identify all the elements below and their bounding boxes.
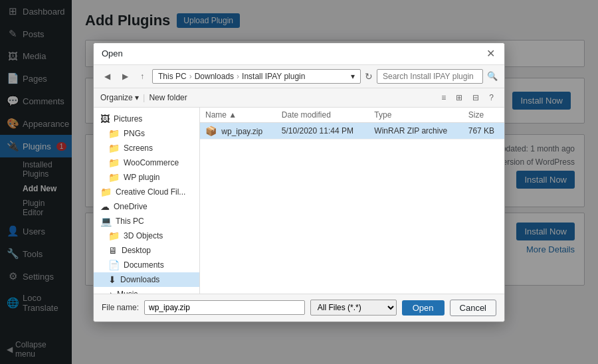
breadcrumb-dropdown-icon[interactable]: ▾: [351, 72, 355, 81]
onedrive-icon: ☁: [100, 201, 110, 212]
dialog-overlay: Open ✕ ◀ ▶ ↑ This PC › Downloads › Insta…: [72, 0, 598, 364]
screens-icon: 📁: [108, 143, 120, 153]
view-grid-button[interactable]: ⊞: [452, 91, 466, 104]
dialog-nav-toolbar: ◀ ▶ ↑ This PC › Downloads › Install IPAY…: [94, 65, 504, 88]
breadcrumb-sep-2: ›: [237, 72, 239, 81]
view-details-button[interactable]: ⊟: [468, 91, 483, 104]
divider: |: [143, 92, 145, 102]
dialog-cancel-button[interactable]: Cancel: [450, 300, 496, 316]
breadcrumb-path: This PC › Downloads › Install IPAY plugi…: [152, 69, 361, 84]
pictures-icon: 🖼: [100, 114, 110, 124]
pngs-icon: 📁: [108, 128, 120, 139]
help-button[interactable]: ?: [485, 91, 498, 104]
breadcrumb-this-pc[interactable]: This PC: [158, 72, 187, 81]
dialog-actions-bar: Organize ▾ | New folder ≡ ⊞ ⊟ ?: [94, 88, 504, 108]
wp-icon: 📁: [108, 172, 120, 183]
panel-item-woo[interactable]: 📁 WooCommerce: [94, 155, 199, 170]
back-button[interactable]: ◀: [100, 70, 114, 83]
sidebar-panel: 🖼 Pictures 📁 PNGs 📁 Screens 📁 WooCommerc…: [94, 108, 200, 294]
col-date[interactable]: Date modified: [276, 108, 369, 123]
panel-item-screens[interactable]: 📁 Screens: [94, 141, 199, 155]
panel-item-onedrive[interactable]: ☁ OneDrive: [94, 199, 199, 214]
up-button[interactable]: ↑: [136, 70, 148, 83]
col-size[interactable]: Size: [463, 108, 504, 123]
panel-item-pngs[interactable]: 📁 PNGs: [94, 126, 199, 141]
panel-item-label: OneDrive: [114, 202, 148, 211]
panel-item-thispc[interactable]: 💻 This PC: [94, 214, 199, 228]
breadcrumb-downloads[interactable]: Downloads: [195, 72, 234, 81]
panel-item-label: This PC: [116, 217, 144, 226]
panel-item-label: Downloads: [120, 275, 159, 284]
breadcrumb-install[interactable]: Install IPAY plugin: [242, 72, 305, 81]
organize-button[interactable]: Organize ▾: [100, 93, 139, 102]
dialog-footer: File name: All Files (*.*) Open Cancel: [94, 294, 504, 321]
panel-item-label: Screens: [124, 143, 153, 153]
panel-item-label: WP plugin: [124, 173, 159, 182]
panel-item-3d[interactable]: 📁 3D Objects: [94, 228, 199, 243]
file-type: WinRAR ZIP archive: [369, 122, 462, 139]
panel-item-wp[interactable]: 📁 WP plugin: [94, 170, 199, 185]
thispc-icon: 💻: [100, 216, 112, 227]
dialog-body: 🖼 Pictures 📁 PNGs 📁 Screens 📁 WooCommerc…: [94, 108, 504, 294]
file-panel: Name ▲ Date modified Type Size 📦 wp_ipay…: [200, 108, 504, 294]
panel-item-label: Documents: [124, 260, 164, 270]
panel-item-desktop[interactable]: 🖥 Desktop: [94, 243, 199, 258]
panel-item-label: Creative Cloud Fil...: [116, 187, 185, 197]
filename-label: File name:: [102, 303, 139, 312]
file-dialog: Open ✕ ◀ ▶ ↑ This PC › Downloads › Insta…: [93, 43, 505, 322]
file-size: 767 KB: [463, 122, 504, 139]
documents-icon: 📄: [108, 260, 120, 270]
filetype-select[interactable]: All Files (*.*): [310, 300, 397, 316]
panel-item-downloads[interactable]: ⬇ Downloads: [94, 272, 199, 287]
file-row[interactable]: 📦 wp_ipay.zip 5/10/2020 11:44 PM WinRAR …: [200, 122, 504, 139]
woo-icon: 📁: [108, 157, 120, 168]
file-name[interactable]: 📦 wp_ipay.zip: [200, 122, 276, 139]
new-folder-button[interactable]: New folder: [149, 93, 187, 102]
downloads-icon: ⬇: [108, 274, 116, 285]
refresh-button[interactable]: ↻: [365, 71, 373, 82]
desktop-icon: 🖥: [108, 245, 118, 256]
file-table: Name ▲ Date modified Type Size 📦 wp_ipay…: [200, 108, 504, 139]
breadcrumb-sep-1: ›: [189, 72, 192, 81]
main-content: Add Plugins Upload Plugin If you have a …: [72, 0, 598, 364]
panel-item-label: 3D Objects: [124, 231, 163, 240]
col-type[interactable]: Type: [369, 108, 462, 123]
panel-item-label: PNGs: [124, 129, 145, 138]
dialog-open-button[interactable]: Open: [402, 300, 445, 316]
cc-icon: 📁: [100, 187, 112, 197]
panel-item-documents[interactable]: 📄 Documents: [94, 258, 199, 272]
zip-icon: 📦: [205, 126, 217, 136]
forward-button[interactable]: ▶: [118, 70, 132, 83]
panel-item-music[interactable]: ♪ Music: [94, 287, 199, 294]
3d-icon: 📁: [108, 230, 120, 241]
dialog-title-bar: Open ✕: [94, 43, 504, 65]
panel-item-label: Desktop: [122, 246, 151, 255]
search-input[interactable]: [377, 69, 483, 84]
filename-input[interactable]: [144, 300, 305, 315]
search-icon: 🔍: [487, 71, 498, 81]
panel-item-label: Music: [117, 290, 138, 294]
panel-item-cc[interactable]: 📁 Creative Cloud Fil...: [94, 185, 199, 199]
dialog-close-button[interactable]: ✕: [485, 48, 496, 59]
panel-item-label: WooCommerce: [124, 158, 179, 167]
music-icon: ♪: [108, 289, 113, 294]
panel-item-pictures[interactable]: 🖼 Pictures: [94, 112, 199, 126]
panel-item-label: Pictures: [114, 114, 142, 124]
file-table-header: Name ▲ Date modified Type Size: [200, 108, 504, 123]
file-date: 5/10/2020 11:44 PM: [276, 122, 369, 139]
dialog-title: Open: [102, 48, 123, 58]
view-list-button[interactable]: ≡: [437, 91, 450, 104]
view-buttons: ≡ ⊞ ⊟ ?: [437, 91, 498, 104]
sort-icon: ▲: [229, 110, 237, 120]
col-name[interactable]: Name ▲: [200, 108, 276, 123]
